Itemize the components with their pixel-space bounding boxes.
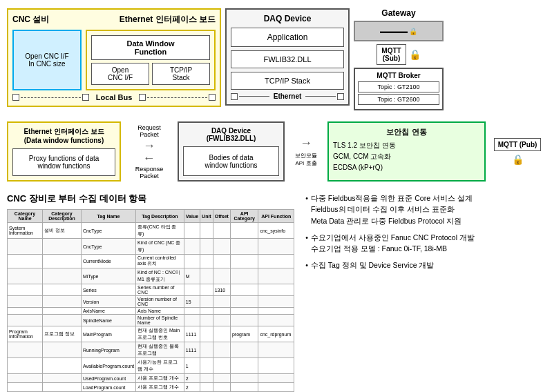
main-container: CNC 설비 Ethernet 인터페이스 보드 Open CNC I/FIn … — [0, 0, 552, 392]
api-label: 보안모듈API 호출 — [295, 152, 317, 167]
bullet-section: • 다중 Fieldbus적용을 위한 표준 Core 서비스 설계Fieldb… — [305, 193, 545, 392]
left-arrow-1: → — [143, 152, 155, 164]
table-cell: CncType — [81, 239, 135, 255]
table-row: CurrentModeCurrent controlled axis 위치 — [8, 255, 294, 268]
table-cell — [43, 268, 82, 284]
table-cell: 사용 프로그램 개수 — [136, 383, 184, 392]
table-cell — [8, 358, 43, 374]
table-cell — [258, 315, 294, 326]
table-cell: 2 — [184, 383, 200, 392]
dwf-box: Data WindowFunction — [91, 35, 210, 60]
table-cell — [230, 342, 258, 358]
table-cell — [213, 308, 230, 315]
th-category-name: Category Name — [8, 210, 43, 223]
table-cell — [230, 308, 258, 315]
table-cell — [258, 383, 294, 392]
table-cell: CurrentMode — [81, 255, 135, 268]
table-row: VersionVersion number of CNC15 — [8, 296, 294, 308]
right-arrow-2: → — [300, 136, 312, 150]
table-cell — [230, 284, 258, 296]
table-row: AvailableProgram.count사용가능한 프로그램 개수1 — [8, 358, 294, 374]
topic2-box: Topic : GT2600 — [358, 94, 439, 105]
table-cell — [230, 223, 258, 239]
table-cell — [258, 284, 294, 296]
table-cell — [200, 296, 213, 308]
table-cell: 1111 — [184, 342, 200, 358]
table-cell: System Information — [8, 223, 43, 239]
local-bus-label: Local Bus — [96, 93, 133, 101]
bullet-2: • 수요기업에서 사용중인 Fanuc CNC Protocol 개발수요기업 … — [305, 232, 545, 255]
table-cell: RunningProgram — [81, 342, 135, 358]
table-cell — [258, 268, 294, 284]
table-cell: 사용가능한 프로그램 개수 — [136, 358, 184, 374]
table-cell: UsedProgram.count — [81, 374, 135, 383]
table-cell — [200, 315, 213, 326]
mqtt-broker-title: MQTT Broker — [358, 72, 439, 79]
eth-data-title: Ethernet 인터페이스 보드(Data window functions) — [12, 127, 115, 144]
connector-sq-2 — [82, 94, 89, 101]
response-label: ResponsePacket — [135, 166, 164, 179]
table-cell — [200, 383, 213, 392]
table-cell — [184, 308, 200, 315]
bullet-dot-1: • — [305, 193, 308, 226]
request-label: RequestPacket — [137, 124, 161, 138]
app-box: Application — [231, 28, 344, 47]
bullet-dot-3: • — [305, 259, 308, 271]
eth-line-2 — [305, 96, 336, 97]
gateway-title: Gateway — [381, 8, 415, 18]
table-cell — [200, 374, 213, 383]
table-cell — [213, 358, 230, 374]
th-offset: Offset — [213, 210, 230, 223]
proxy-box: Proxy functions of datawindow functions — [12, 148, 115, 176]
table-cell: AvailableProgram.count — [81, 358, 135, 374]
table-cell — [43, 284, 82, 296]
table-cell: Axis Name — [136, 308, 184, 315]
ethernet-row-top: Ethernet — [231, 92, 344, 100]
table-cell — [184, 284, 200, 296]
table-cell — [43, 255, 82, 268]
table-cell: SpindleName — [81, 315, 135, 326]
table-cell: cnc_rdprgnum — [258, 326, 294, 342]
table-cell — [213, 239, 230, 255]
connector-sq-3 — [139, 94, 146, 101]
table-cell — [213, 383, 230, 392]
table-cell: Current controlled axis 위치 — [136, 255, 184, 268]
eth-sq-1 — [231, 93, 238, 100]
bottom-diagram-row: Ethernet 인터페이스 보드(Data window functions)… — [6, 119, 546, 184]
bullet-text-3: 수집 Tag 정의 및 Device Service 개발 — [311, 259, 435, 271]
mqtt-sub-row: MQTT(Sub) 🔒 — [377, 44, 420, 65]
table-cell — [8, 296, 43, 308]
table-cell: 15 — [184, 296, 200, 308]
table-cell — [200, 358, 213, 374]
table-cell: program — [230, 326, 258, 342]
table-row: MiTypeKind of NC : CNC미 M1 종류표기M — [8, 268, 294, 284]
eth-bottom-row: OpenCNC I/F TCP/IPStack — [91, 63, 210, 85]
table-cell — [43, 358, 82, 374]
table-row: RunningProgram현재 실행중인 블록 프로그램1111 — [8, 342, 294, 358]
bullet-dot-2: • — [305, 232, 308, 255]
table-cell — [230, 315, 258, 326]
ethernet-label: Ethernet — [274, 92, 302, 100]
gateway-section: Gateway ▬▬▬▬▬ 🔒 MQTT(Sub) 🔒 MQTT Broker … — [354, 8, 444, 110]
table-cell — [8, 308, 43, 315]
table-cell — [258, 255, 294, 268]
security-title: 보안칩 연동 — [333, 127, 480, 137]
table-cell — [258, 296, 294, 308]
table-title: CNC 장비로 부터 수집 데이터 항목 — [7, 193, 294, 205]
table-cell — [258, 374, 294, 383]
eth-title: Ethernet 인터페이스 보드 — [120, 14, 216, 26]
table-cell — [184, 315, 200, 326]
table-cell: Kind of NC : CNC미 M1 종류표기 — [136, 268, 184, 284]
bullet-text-1: 다중 Fieldbus적용을 위한 표준 Core 서비스 설계Fieldbus… — [311, 193, 473, 226]
mqtt-broker-box: MQTT Broker Topic : GT2100 Topic : GT260… — [354, 68, 444, 110]
local-bus-row: Local Bus — [12, 93, 216, 101]
table-cell: Series number of CNC — [136, 284, 184, 296]
table-cell — [258, 342, 294, 358]
cnc-eth-inner: Open CNC I/FIn CNC size Data WindowFunct… — [12, 30, 216, 90]
table-cell — [184, 223, 200, 239]
mqtt-pub-col: MQTT (Pub) 🔒 — [490, 121, 545, 182]
th-tag-name: Tag Name — [81, 210, 135, 223]
daq-title: DAQ Device — [231, 14, 344, 23]
table-row: SeriesSeries number of CNC1310 — [8, 284, 294, 296]
table-cell — [230, 296, 258, 308]
